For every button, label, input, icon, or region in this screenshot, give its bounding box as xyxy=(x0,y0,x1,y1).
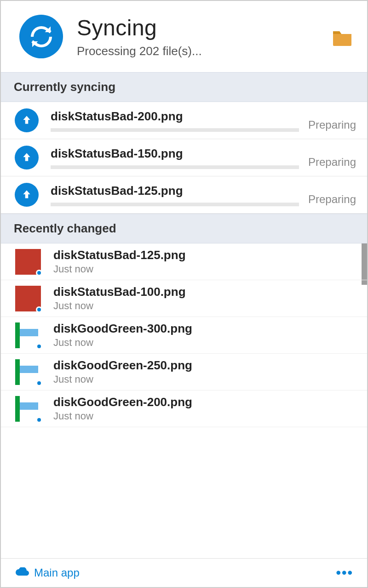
file-time: Just now xyxy=(53,300,186,312)
file-name: diskStatusBad-125.png xyxy=(51,184,299,198)
file-name: diskGoodGreen-300.png xyxy=(53,322,192,336)
upload-icon xyxy=(15,108,39,132)
file-name: diskGoodGreen-200.png xyxy=(53,395,192,409)
section-recently-changed: Recently changed xyxy=(1,214,367,243)
recent-item[interactable]: diskStatusBad-125.png Just now xyxy=(1,243,367,280)
recent-item[interactable]: diskGoodGreen-250.png Just now xyxy=(1,354,367,390)
header: Syncing Processing 202 file(s)... xyxy=(1,1,367,72)
file-name: diskStatusBad-200.png xyxy=(51,109,299,124)
file-name: diskStatusBad-150.png xyxy=(51,147,299,161)
recent-item[interactable]: diskStatusBad-100.png Just now xyxy=(1,280,367,317)
progress-bar xyxy=(51,128,299,132)
file-name: diskStatusBad-100.png xyxy=(53,285,186,299)
sync-dot-icon xyxy=(36,380,42,386)
sync-icon xyxy=(19,15,63,58)
upload-icon xyxy=(15,146,39,170)
sync-dot-icon xyxy=(36,343,42,350)
file-time: Just now xyxy=(53,410,192,422)
file-thumbnail xyxy=(15,396,41,422)
file-time: Just now xyxy=(53,337,192,349)
sync-status: Preparing xyxy=(308,193,356,207)
syncing-item[interactable]: diskStatusBad-150.png Preparing xyxy=(1,139,367,176)
section-currently-syncing: Currently syncing xyxy=(1,72,367,102)
sync-subtitle: Processing 202 file(s)... xyxy=(77,44,331,58)
upload-icon xyxy=(15,183,39,207)
sync-status: Preparing xyxy=(308,156,356,170)
recent-list: diskStatusBad-125.png Just now diskStatu… xyxy=(1,243,367,558)
more-menu-button[interactable]: ••• xyxy=(336,565,353,581)
file-thumbnail xyxy=(15,322,41,349)
syncing-item[interactable]: diskStatusBad-125.png Preparing xyxy=(1,176,367,214)
main-app-label: Main app xyxy=(34,566,80,579)
sync-title: Syncing xyxy=(77,15,331,40)
sync-status: Preparing xyxy=(308,119,356,132)
file-time: Just now xyxy=(53,373,192,385)
progress-bar xyxy=(51,203,299,206)
progress-bar xyxy=(51,165,299,169)
recent-item[interactable]: diskGoodGreen-200.png Just now xyxy=(1,390,367,427)
cloud-icon xyxy=(15,567,29,578)
file-thumbnail xyxy=(15,249,41,275)
file-thumbnail xyxy=(15,285,41,312)
syncing-item[interactable]: diskStatusBad-200.png Preparing xyxy=(1,102,367,139)
file-name: diskStatusBad-125.png xyxy=(53,248,186,262)
open-folder-button[interactable] xyxy=(331,28,353,47)
sync-dot-icon xyxy=(36,270,42,276)
recent-item[interactable]: diskGoodGreen-300.png Just now xyxy=(1,317,367,354)
sync-dot-icon xyxy=(36,417,42,423)
footer: Main app ••• xyxy=(1,558,367,587)
file-name: diskGoodGreen-250.png xyxy=(53,358,192,373)
sync-dot-icon xyxy=(36,306,42,313)
main-app-button[interactable]: Main app xyxy=(15,566,80,579)
file-thumbnail xyxy=(15,359,41,385)
file-time: Just now xyxy=(53,263,186,275)
